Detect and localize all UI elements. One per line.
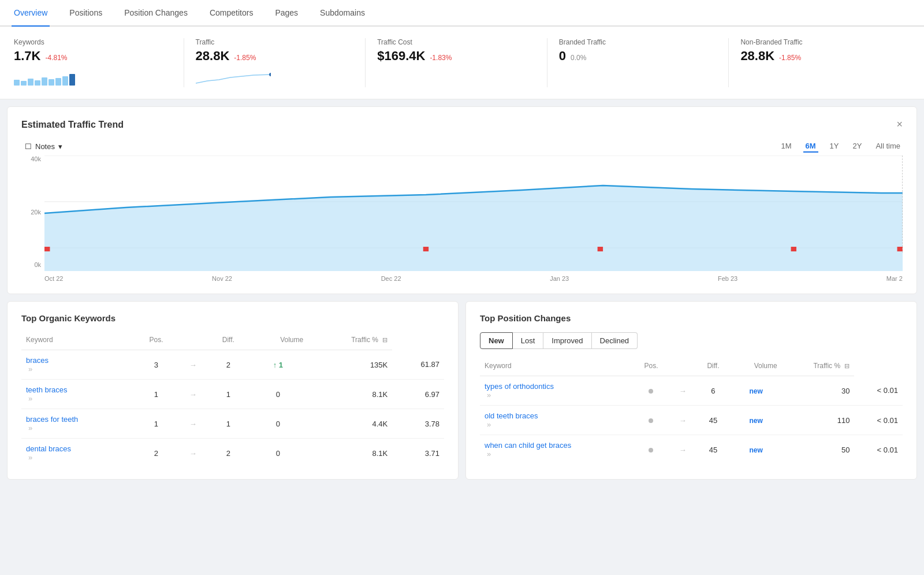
pos-col-diff: Diff. — [696, 358, 730, 376]
keywords-mini-chart — [14, 68, 172, 86]
chevron-right-icon: » — [28, 424, 32, 432]
pos-traffic-2: < 0.01 — [854, 406, 903, 435]
pos-traffic-col-label: Traffic % — [813, 362, 840, 370]
dot-icon-1 — [649, 389, 653, 394]
pos-to-1: 2 — [208, 350, 248, 380]
table-row: braces for teeth» 1 → 1 0 4.4K 3.78 — [21, 409, 444, 439]
x-label-feb23: Feb 23 — [718, 275, 737, 282]
pos-arrow-3: → — [177, 409, 208, 439]
trend-section: Estimated Traffic Trend × ☐ Notes ▾ 1M 6… — [7, 106, 917, 294]
svg-rect-8 — [791, 247, 796, 251]
x-label-mar23: Mar 2 — [886, 275, 903, 282]
nav-competitors[interactable]: Competitors — [207, 0, 255, 25]
diff-2: 0 — [248, 380, 308, 409]
chart-body: Oct 22 Nov 22 Dec 22 Jan 23 Feb 23 Mar 2 — [44, 155, 903, 282]
notes-button[interactable]: ☐ Notes ▾ — [21, 140, 66, 153]
volume-3: 4.4K — [308, 409, 392, 439]
nav-position-changes[interactable]: Position Changes — [122, 0, 190, 25]
stat-keywords: Keywords 1.7K -4.81% — [14, 38, 184, 87]
tab-new[interactable]: New — [480, 332, 513, 349]
keyword-link-dental-braces[interactable]: dental braces — [26, 444, 131, 453]
nav-overview[interactable]: Overview — [12, 0, 50, 27]
pos-filter-icon[interactable]: ⊟ — [844, 362, 850, 369]
trend-close-button[interactable]: × — [896, 118, 903, 131]
tab-improved[interactable]: Improved — [543, 332, 591, 349]
position-change-tabs: New Lost Improved Declined — [480, 332, 903, 349]
time-filter-1m[interactable]: 1M — [778, 140, 793, 153]
trend-title: Estimated Traffic Trend — [21, 120, 124, 130]
time-filter-6m[interactable]: 6M — [803, 140, 818, 153]
keyword-link-teeth-braces[interactable]: teeth braces — [26, 385, 131, 394]
right-arrow-3: → — [669, 435, 696, 465]
pos-keyword-link-3[interactable]: when can child get braces — [485, 441, 628, 450]
col-arrow — [177, 332, 208, 350]
pos-col-arrow — [669, 358, 696, 376]
traffic-2: 6.97 — [392, 380, 444, 409]
stat-traffic-cost-value: $169.4K — [377, 49, 425, 64]
svg-marker-4 — [44, 186, 903, 271]
pos-arrow-2: → — [177, 380, 208, 409]
svg-rect-5 — [44, 247, 50, 251]
nav-pages[interactable]: Pages — [273, 0, 300, 25]
top-position-changes-panel: Top Position Changes New Lost Improved D… — [465, 301, 917, 480]
col-keyword: Keyword — [21, 332, 135, 350]
bar-3 — [28, 79, 33, 86]
time-filter-2y[interactable]: 2Y — [850, 140, 864, 153]
filter-icon[interactable]: ⊟ — [382, 336, 388, 343]
top-position-changes-title: Top Position Changes — [480, 313, 903, 323]
right-arrow-2: → — [669, 406, 696, 435]
stat-traffic-change: -1.85% — [234, 54, 256, 62]
notes-label: Notes — [35, 142, 55, 151]
right-arrow-1: → — [669, 376, 696, 406]
keywords-table: Keyword Pos. Diff. Volume Traffic % ⊟ br… — [21, 332, 444, 468]
chevron-right-icon: » — [487, 420, 491, 429]
pos-from-3: 1 — [135, 409, 178, 439]
chevron-right-icon: » — [487, 450, 491, 458]
tab-lost[interactable]: Lost — [513, 332, 544, 349]
pos-traffic-3: < 0.01 — [854, 435, 903, 465]
pos-keyword-link-2[interactable]: old teeth braces — [485, 411, 628, 420]
pos-col-keyword: Keyword — [480, 358, 633, 376]
bar-2 — [21, 81, 27, 86]
pos-to-4: 2 — [208, 439, 248, 468]
notes-controls: ☐ Notes ▾ 1M 6M 1Y 2Y All time — [21, 140, 903, 153]
bar-1 — [14, 80, 20, 86]
traffic-1: 61.87 — [392, 350, 444, 380]
y-label-40k: 40k — [21, 155, 41, 162]
stat-branded-traffic: Branded Traffic 0 0.0% — [559, 38, 729, 87]
time-filters: 1M 6M 1Y 2Y All time — [778, 140, 903, 153]
bottom-panels: Top Organic Keywords Keyword Pos. Diff. … — [7, 301, 917, 480]
stats-row: Keywords 1.7K -4.81% Traffic 28.8K -1.85… — [0, 27, 924, 99]
keyword-link-braces-for-teeth[interactable]: braces for teeth — [26, 415, 131, 424]
position-changes-table: Keyword Pos. Diff. Volume Traffic % ⊟ ty… — [480, 358, 903, 464]
svg-point-0 — [269, 73, 271, 76]
pos-traffic-1: < 0.01 — [854, 376, 903, 406]
pos-volume-1: 30 — [782, 376, 855, 406]
pos-val-2: 45 — [696, 406, 730, 435]
pos-col-traffic: Traffic % ⊟ — [782, 358, 855, 376]
x-axis: Oct 22 Nov 22 Dec 22 Jan 23 Feb 23 Mar 2 — [44, 273, 903, 282]
stat-non-branded-change: -1.85% — [779, 54, 801, 62]
pos-col-volume: Volume — [731, 358, 782, 376]
stat-branded-value: 0 — [559, 49, 566, 64]
chevron-right-icon: » — [28, 394, 32, 403]
table-row: teeth braces» 1 → 1 0 8.1K 6.97 — [21, 380, 444, 409]
stat-keywords-label: Keywords — [14, 38, 172, 46]
pos-volume-3: 50 — [782, 435, 855, 465]
pos-keyword-link-1[interactable]: types of orthodontics — [485, 382, 628, 391]
y-label-0k: 0k — [21, 261, 41, 268]
y-label-20k: 20k — [21, 209, 41, 216]
traffic-col-label: Traffic % — [351, 336, 378, 344]
bar-8 — [62, 76, 68, 86]
nav-subdomains[interactable]: Subdomains — [318, 0, 367, 25]
tab-declined[interactable]: Declined — [592, 332, 638, 349]
pos-from-4: 2 — [135, 439, 178, 468]
diff-badge-1: new — [749, 387, 762, 395]
volume-1: 135K — [308, 350, 392, 380]
nav-positions[interactable]: Positions — [67, 0, 105, 25]
keyword-link-braces[interactable]: braces — [26, 356, 131, 365]
time-filter-alltime[interactable]: All time — [873, 140, 903, 153]
bar-5 — [42, 77, 47, 86]
bar-7 — [55, 78, 61, 86]
time-filter-1y[interactable]: 1Y — [828, 140, 841, 153]
